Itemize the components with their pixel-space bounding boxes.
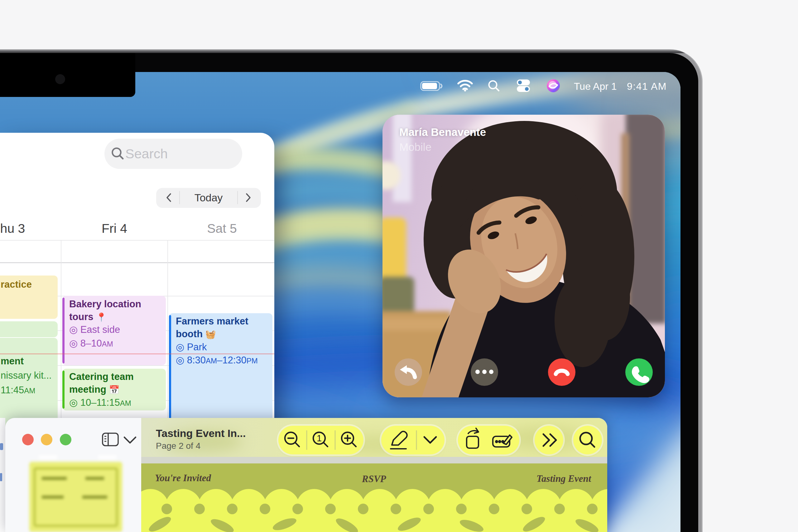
svg-text:1: 1 [317,433,322,443]
